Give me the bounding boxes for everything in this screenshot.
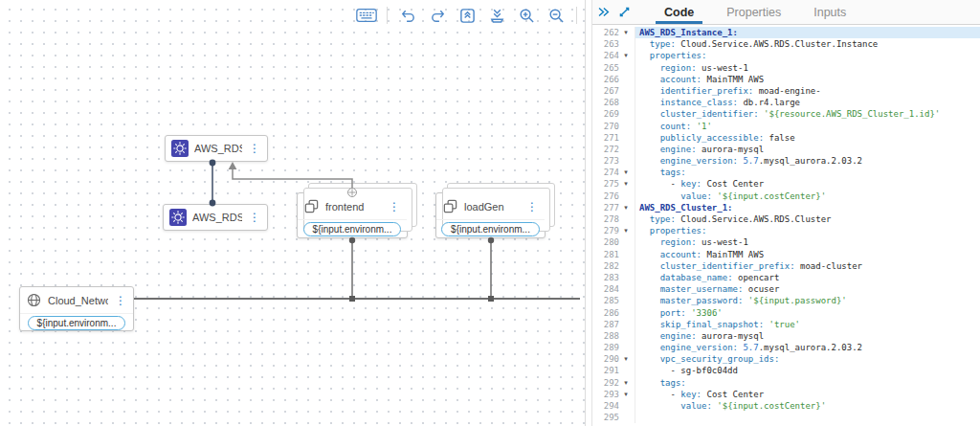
collapse-panel-icon[interactable]	[592, 0, 613, 24]
code-line[interactable]: 284 master_username: ocuser	[592, 283, 980, 295]
code-line[interactable]: 289 engine_version: 5.7.mysql_aurora.2.0…	[592, 342, 980, 353]
code-line[interactable]: 264▾ properties:	[592, 50, 980, 61]
node-label: Cloud_Networ...	[48, 295, 108, 306]
fold-toggle-icon[interactable]: ▾	[619, 225, 633, 236]
line-text: account: MainTMM AWS	[635, 74, 980, 85]
code-line[interactable]: 266 account: MainTMM AWS	[592, 74, 980, 85]
tab-inputs[interactable]: Inputs	[797, 0, 862, 24]
code-line[interactable]: 294 value: '${input.costCenter}'	[592, 400, 980, 412]
binding-pill[interactable]: ${input.environm...	[28, 316, 126, 330]
fold-spacer	[619, 260, 633, 272]
redo-icon[interactable]	[427, 5, 448, 26]
design-canvas[interactable]: AWS_RDS_Ins...⋮AWS_RDS_Clu...⋮frontend⋮$…	[0, 0, 586, 426]
aws-rds-cluster-node[interactable]: AWS_RDS_Clu...⋮	[163, 204, 268, 231]
fold-spacer	[619, 236, 633, 248]
code-line[interactable]: 270 count: '1'	[592, 121, 980, 132]
fold-toggle-icon[interactable]: ▾	[619, 389, 633, 400]
code-line[interactable]: 262▾AWS_RDS_Instance_1:	[592, 27, 980, 38]
fold-spacer	[619, 249, 633, 260]
machine-icon	[303, 198, 320, 214]
code-line[interactable]: 288 engine: aurora-mysql	[592, 330, 980, 342]
line-number: 268	[592, 97, 619, 108]
code-line[interactable]: 272 engine: aurora-mysql	[592, 144, 980, 155]
fold-spacer	[619, 412, 633, 423]
code-line[interactable]: 292▾ tags:	[592, 377, 980, 389]
line-number: 276	[592, 191, 619, 202]
line-text: engine: aurora-mysql	[635, 144, 980, 155]
line-text: skip_final_snapshot: 'true'	[635, 319, 980, 330]
frontend-node[interactable]: frontend⋮${input.environm...	[297, 192, 408, 238]
kebab-menu-icon[interactable]: ⋮	[525, 202, 539, 212]
kebab-menu-icon[interactable]: ⋮	[248, 213, 261, 222]
code-line[interactable]: 286 port: '3306'	[592, 307, 980, 319]
gutter: 276	[592, 191, 635, 202]
code-line[interactable]: 290▾ vpc_security_group_ids:	[592, 353, 980, 365]
gutter: 270	[592, 121, 635, 132]
keyboard-icon[interactable]	[356, 5, 377, 26]
code-line[interactable]: 271 publicly_accessible: false	[592, 132, 980, 144]
code-line[interactable]: 276 value: '${input.costCenter}'	[592, 191, 980, 202]
fold-toggle-icon[interactable]: ▾	[619, 202, 633, 213]
line-number: 263	[592, 38, 619, 50]
code-line[interactable]: 283 database_name: opencart	[592, 272, 980, 283]
gutter: 286	[592, 307, 635, 319]
code-line[interactable]: 269 cluster_identifier: '${resource.AWS_…	[592, 108, 980, 120]
code-line[interactable]: 278 type: Cloud.Service.AWS.RDS.Cluster	[592, 213, 980, 225]
line-text: instance_class: db.r4.large	[635, 97, 980, 108]
code-line[interactable]: 282 cluster_identifier_prefix: moad-clus…	[592, 260, 980, 272]
gutter: 291	[592, 365, 635, 376]
code-line[interactable]: 280 region: us-west-1	[592, 236, 980, 248]
fold-toggle-icon[interactable]: ▾	[619, 178, 633, 190]
gutter: 278	[592, 213, 635, 225]
code-line[interactable]: 281 account: MainTMM AWS	[592, 249, 980, 260]
yaml-code-editor[interactable]: 262▾AWS_RDS_Instance_1:263 type: Cloud.S…	[592, 25, 980, 426]
loadgen-node[interactable]: loadGen⋮${input.environm...	[435, 192, 546, 238]
cloud-network-node[interactable]: Cloud_Networ...⋮${input.environm...	[19, 286, 134, 331]
fold-toggle-icon[interactable]: ▾	[619, 27, 633, 38]
fold-toggle-icon[interactable]: ▾	[619, 377, 633, 389]
line-text: value: '${input.costCenter}'	[635, 400, 980, 412]
fold-toggle-icon[interactable]: ▾	[619, 50, 633, 61]
node-label: AWS_RDS_Clu...	[192, 212, 242, 223]
tab-code[interactable]: Code	[648, 0, 710, 24]
code-line[interactable]: 285 master_password: '${input.password}'	[592, 295, 980, 306]
code-line[interactable]: 273 engine_version: 5.7.mysql_aurora.2.0…	[592, 155, 980, 167]
code-line[interactable]: 295	[592, 412, 980, 423]
tab-properties[interactable]: Properties	[710, 0, 797, 24]
zoom-out-icon[interactable]	[546, 5, 567, 26]
fold-toggle-icon[interactable]: ▾	[619, 353, 633, 365]
code-line[interactable]: 291 - sg-bf0c04dd	[592, 365, 980, 376]
fold-spacer	[619, 85, 633, 97]
zoom-in-icon[interactable]	[516, 5, 537, 26]
line-number: 265	[592, 62, 619, 74]
fold-toggle-icon[interactable]: ▾	[619, 167, 633, 178]
line-text: - sg-bf0c04dd	[635, 365, 980, 376]
kebab-menu-icon[interactable]: ⋮	[114, 296, 127, 305]
code-line[interactable]: 263 type: Cloud.Service.AWS.RDS.Cluster.…	[592, 38, 980, 50]
gutter: 266	[592, 74, 635, 85]
binding-pill[interactable]: ${input.environm...	[441, 222, 540, 236]
expand-panel-icon[interactable]	[613, 0, 635, 24]
gutter: 275▾	[592, 178, 635, 190]
kebab-menu-icon[interactable]: ⋮	[248, 144, 261, 153]
code-line[interactable]: 277▾AWS_RDS_Cluster_1:	[592, 202, 980, 213]
code-line[interactable]: 287 skip_final_snapshot: 'true'	[592, 319, 980, 330]
aws-rds-instance-node[interactable]: AWS_RDS_Ins...⋮	[165, 135, 268, 162]
code-line[interactable]: 268 instance_class: db.r4.large	[592, 97, 980, 108]
code-line[interactable]: 274▾ tags:	[592, 167, 980, 178]
line-text: master_username: ocuser	[635, 283, 980, 295]
code-line[interactable]: 265 region: us-west-1	[592, 62, 980, 74]
code-line[interactable]: 267 identifier_prefix: moad-engine-	[592, 85, 980, 97]
line-number: 270	[592, 121, 619, 132]
binding-pill[interactable]: ${input.environm...	[303, 222, 402, 236]
code-line[interactable]: 279▾ properties:	[592, 225, 980, 236]
kebab-menu-icon[interactable]: ⋮	[388, 202, 401, 212]
panel-header: CodePropertiesInputs	[592, 0, 980, 25]
gutter: 272	[592, 144, 635, 155]
fit-screen-icon[interactable]	[457, 5, 478, 26]
code-line[interactable]: 293▾ - key: Cost Center	[592, 389, 980, 400]
code-line[interactable]: 275▾ - key: Cost Center	[592, 178, 980, 190]
undo-icon[interactable]	[397, 5, 418, 26]
collapse-all-icon[interactable]	[486, 5, 507, 26]
fold-spacer	[619, 319, 633, 330]
